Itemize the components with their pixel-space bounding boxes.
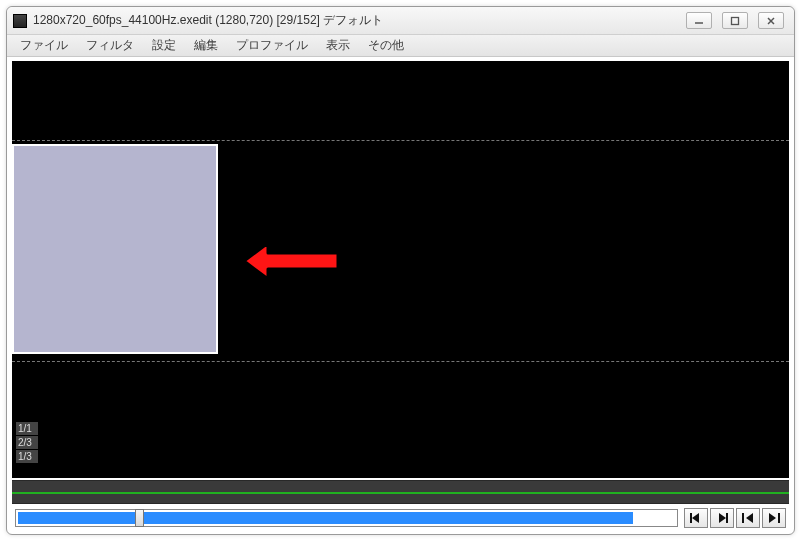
jump-start-button[interactable] <box>736 508 760 528</box>
svg-rect-5 <box>690 513 692 523</box>
timeline-track <box>12 492 789 494</box>
menu-other[interactable]: その他 <box>361 35 411 56</box>
svg-marker-4 <box>692 513 699 523</box>
close-button[interactable] <box>758 12 784 29</box>
seek-handle[interactable] <box>135 509 144 527</box>
menu-file[interactable]: ファイル <box>13 35 75 56</box>
svg-marker-9 <box>746 513 753 523</box>
menu-profile[interactable]: プロファイル <box>229 35 315 56</box>
window-controls <box>686 12 784 29</box>
menu-setting[interactable]: 設定 <box>145 35 183 56</box>
svg-rect-11 <box>778 513 780 523</box>
app-icon <box>13 14 27 28</box>
jump-end-icon <box>767 512 781 524</box>
svg-rect-8 <box>742 513 744 523</box>
timeline-bar[interactable] <box>12 480 789 504</box>
playback-buttons <box>684 508 786 528</box>
svg-marker-6 <box>719 513 726 523</box>
indicator-2: 2/3 <box>16 436 38 450</box>
indicator-3: 1/3 <box>16 450 38 464</box>
jump-start-icon <box>741 512 755 524</box>
maximize-icon <box>730 16 740 26</box>
step-forward-icon <box>715 512 729 524</box>
svg-rect-1 <box>732 17 739 24</box>
guide-line-top <box>12 140 789 141</box>
guide-line-bottom <box>12 361 789 362</box>
svg-marker-10 <box>769 513 776 523</box>
step-forward-button[interactable] <box>710 508 734 528</box>
app-window: 1280x720_60fps_44100Hz.exedit (1280,720)… <box>6 6 795 535</box>
step-back-button[interactable] <box>684 508 708 528</box>
window-title: 1280x720_60fps_44100Hz.exedit (1280,720)… <box>33 12 686 29</box>
seek-fill <box>18 512 633 524</box>
preview-object-square <box>12 144 218 354</box>
minimize-icon <box>694 16 704 26</box>
indicator-1: 1/1 <box>16 422 38 436</box>
step-back-icon <box>689 512 703 524</box>
jump-end-button[interactable] <box>762 508 786 528</box>
menu-view[interactable]: 表示 <box>319 35 357 56</box>
preview-viewport[interactable]: 1/1 2/3 1/3 <box>12 61 789 478</box>
titlebar: 1280x720_60fps_44100Hz.exedit (1280,720)… <box>7 7 794 35</box>
close-icon <box>766 16 776 26</box>
seekbar[interactable] <box>15 509 678 527</box>
minimize-button[interactable] <box>686 12 712 29</box>
arrow-left-icon <box>238 237 348 285</box>
svg-rect-7 <box>726 513 728 523</box>
maximize-button[interactable] <box>722 12 748 29</box>
layer-indicators: 1/1 2/3 1/3 <box>16 422 38 464</box>
menu-filter[interactable]: フィルタ <box>79 35 141 56</box>
menubar: ファイル フィルタ 設定 編集 プロファイル 表示 その他 <box>7 35 794 57</box>
bottom-controls <box>7 504 794 534</box>
menu-edit[interactable]: 編集 <box>187 35 225 56</box>
